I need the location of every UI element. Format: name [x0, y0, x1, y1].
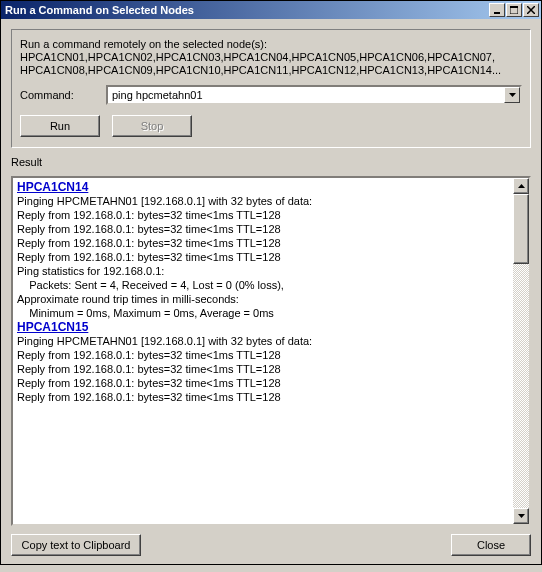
- result-line: Reply from 192.168.0.1: bytes=32 time<1m…: [17, 250, 509, 264]
- svg-line-3: [527, 6, 535, 14]
- titlebar: Run a Command on Selected Nodes: [1, 1, 541, 19]
- result-content[interactable]: HPCA1CN14 Pinging HPCMETAHN01 [192.168.0…: [13, 178, 513, 524]
- command-combobox[interactable]: [106, 85, 522, 105]
- svg-rect-0: [494, 12, 500, 14]
- result-line: Reply from 192.168.0.1: bytes=32 time<1m…: [17, 376, 509, 390]
- svg-rect-1: [510, 6, 518, 14]
- result-line: Approximate round trip times in milli-se…: [17, 292, 509, 306]
- node-list-line2: HPCA1CN08,HPCA1CN09,HPCA1CN10,HPCA1CN11,…: [20, 64, 522, 77]
- result-heading-node14: HPCA1CN14: [17, 180, 509, 194]
- instruction-text: Run a command remotely on the selected n…: [20, 38, 522, 51]
- scroll-up-button[interactable]: [513, 178, 529, 194]
- maximize-icon: [510, 6, 518, 14]
- result-line: Minimum = 0ms, Maximum = 0ms, Average = …: [17, 306, 509, 320]
- combobox-dropdown-button[interactable]: [504, 87, 520, 103]
- copy-clipboard-button[interactable]: Copy text to Clipboard: [11, 534, 141, 556]
- result-line: Pinging HPCMETAHN01 [192.168.0.1] with 3…: [17, 334, 509, 348]
- close-icon: [527, 6, 535, 14]
- close-dialog-button[interactable]: Close: [451, 534, 531, 556]
- minimize-button[interactable]: [489, 3, 505, 17]
- svg-marker-5: [509, 93, 516, 97]
- result-line: Pinging HPCMETAHN01 [192.168.0.1] with 3…: [17, 194, 509, 208]
- minimize-icon: [493, 6, 501, 14]
- scroll-track[interactable]: [513, 264, 529, 508]
- command-row: Command:: [20, 85, 522, 105]
- close-button[interactable]: [523, 3, 539, 17]
- bottom-row: Copy text to Clipboard Close: [11, 534, 531, 556]
- result-line: Reply from 192.168.0.1: bytes=32 time<1m…: [17, 362, 509, 376]
- result-line: Reply from 192.168.0.1: bytes=32 time<1m…: [17, 222, 509, 236]
- node-list-line1: HPCA1CN01,HPCA1CN02,HPCA1CN03,HPCA1CN04,…: [20, 51, 522, 64]
- result-line: Reply from 192.168.0.1: bytes=32 time<1m…: [17, 390, 509, 404]
- svg-rect-2: [510, 6, 518, 8]
- stop-button: Stop: [112, 115, 192, 137]
- command-label: Command:: [20, 89, 98, 101]
- maximize-button[interactable]: [506, 3, 522, 17]
- command-group: Run a command remotely on the selected n…: [11, 29, 531, 148]
- chevron-down-icon: [509, 93, 516, 97]
- result-label: Result: [11, 156, 531, 168]
- svg-marker-6: [518, 184, 525, 188]
- result-heading-node15: HPCA1CN15: [17, 320, 509, 334]
- window-title: Run a Command on Selected Nodes: [3, 4, 194, 16]
- chevron-up-icon: [518, 184, 525, 188]
- scroll-thumb[interactable]: [513, 194, 529, 264]
- titlebar-buttons: [488, 3, 539, 17]
- scroll-down-button[interactable]: [513, 508, 529, 524]
- command-input[interactable]: [108, 87, 504, 103]
- vertical-scrollbar[interactable]: [513, 178, 529, 524]
- client-area: Run a command remotely on the selected n…: [1, 19, 541, 564]
- button-row: Run Stop: [20, 115, 522, 137]
- result-line: Reply from 192.168.0.1: bytes=32 time<1m…: [17, 236, 509, 250]
- svg-line-4: [527, 6, 535, 14]
- result-line: Ping statistics for 192.168.0.1:: [17, 264, 509, 278]
- result-box: HPCA1CN14 Pinging HPCMETAHN01 [192.168.0…: [11, 176, 531, 526]
- chevron-down-icon: [518, 514, 525, 518]
- result-line: Reply from 192.168.0.1: bytes=32 time<1m…: [17, 348, 509, 362]
- dialog-window: Run a Command on Selected Nodes Run a co…: [0, 0, 542, 565]
- svg-marker-7: [518, 514, 525, 518]
- run-button[interactable]: Run: [20, 115, 100, 137]
- result-line: Packets: Sent = 4, Received = 4, Lost = …: [17, 278, 509, 292]
- result-line: Reply from 192.168.0.1: bytes=32 time<1m…: [17, 208, 509, 222]
